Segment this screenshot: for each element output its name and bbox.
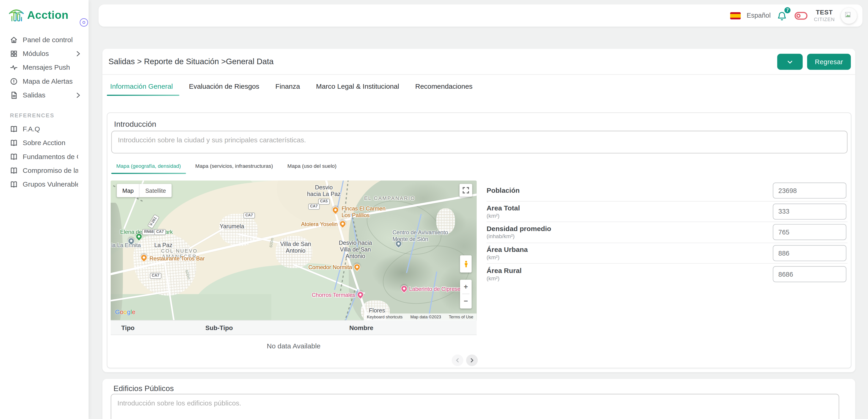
sidebar-item-label: Grupos Vulnerables xyxy=(23,180,78,188)
sidebar-item-label: Mensajes Push xyxy=(23,63,70,71)
tab-marco-legal-institucional[interactable]: Marco Legal & Institucional xyxy=(315,80,400,96)
map-button[interactable]: Map xyxy=(117,184,140,197)
sidebar-item-mapa-de-alertas[interactable]: Mapa de Alertas xyxy=(0,74,89,88)
spain-flag-icon[interactable] xyxy=(730,12,741,19)
map-attribution-item[interactable]: Keyboard shortcuts xyxy=(367,315,403,320)
google-logo: Google xyxy=(115,308,135,315)
map-attribution: Keyboard shortcutsMap data ©2023Terms of… xyxy=(364,313,477,321)
general-data-form: Población Area Total (km²) Densidad prom… xyxy=(487,181,847,285)
field-unit: (km²) xyxy=(487,213,520,219)
field-label: Area Total xyxy=(487,204,520,212)
table-empty-text: No data Available xyxy=(111,342,476,350)
sidebar-item-grupos-vulnerables[interactable]: Grupos Vulnerables xyxy=(0,177,89,191)
acction-logo-icon xyxy=(7,6,25,24)
page-actions: Regresar xyxy=(777,54,851,70)
map-type-control: Map Satellite xyxy=(117,184,172,197)
map-attribution-item[interactable]: Terms of Use xyxy=(449,315,473,320)
map-label: EL CAMPANARIO xyxy=(364,196,415,201)
map-label: Comedor Normita xyxy=(308,264,352,271)
sidebar-item-label: Fundamentos de Ge... xyxy=(23,153,78,160)
field-unit: (km²) xyxy=(487,254,528,260)
zoom-out-button[interactable]: − xyxy=(460,294,472,308)
brand-name: Acction xyxy=(27,8,68,21)
map-label: La Paz xyxy=(154,242,172,248)
form-row: Densidad promedio (inhab/km²) xyxy=(487,222,847,243)
fullscreen-button[interactable] xyxy=(460,184,472,197)
map-tab-mapa-geograf-a-densidad[interactable]: Mapa (geografía, densidad) xyxy=(111,161,186,174)
avatar[interactable] xyxy=(841,7,857,24)
sidebar-item-label: F.A.Q xyxy=(23,125,40,133)
map-label: Fincas El Carmen Los Palillos xyxy=(342,206,385,218)
table-header: TipoSub-TipoNombre xyxy=(111,320,476,335)
introduccion-textarea[interactable] xyxy=(111,131,847,153)
sidebar-collapse-button[interactable] xyxy=(80,18,88,27)
field-unit: (inhab/km²) xyxy=(487,233,551,240)
sidebar-item-sobre-acction[interactable]: Sobre Acction xyxy=(0,136,89,149)
map-label: Desvio hacia Villa de San Antonio xyxy=(339,239,372,259)
breadcrumb: Salidas > Reporte de Situación >General … xyxy=(108,57,274,66)
pagination-next-button[interactable] xyxy=(466,355,478,366)
sidebar-item-mensajes-push[interactable]: Mensajes Push xyxy=(0,60,89,74)
tab-finanza[interactable]: Finanza xyxy=(274,80,301,96)
map-label: Flores xyxy=(369,307,385,313)
home-icon xyxy=(10,36,18,43)
tab-recomendaciones[interactable]: Recomendaciones xyxy=(414,80,474,96)
densidad-promedio-input[interactable] xyxy=(773,225,846,240)
map-tab-mapa-servicios-infraestructuras[interactable]: Mapa (servicios, infraestructuras) xyxy=(190,161,278,174)
map-attribution-item[interactable]: Map data ©2023 xyxy=(410,315,441,320)
poblaci-n-input[interactable] xyxy=(773,183,846,199)
road-badge: CA5 xyxy=(318,199,330,205)
logo-row: Acction xyxy=(0,0,89,28)
tab-evaluaci-n-de-riesgos[interactable]: Evaluación de Riesgos xyxy=(188,80,260,96)
tab-informaci-n-general[interactable]: Información General xyxy=(109,80,174,96)
sidebar-item-panel-de-control[interactable]: Panel de control xyxy=(0,33,89,47)
map-zoom-control: + − xyxy=(460,280,472,308)
book-icon xyxy=(10,139,18,147)
actions-dropdown-button[interactable] xyxy=(777,54,803,70)
back-button[interactable]: Regresar xyxy=(807,54,851,70)
sidebar-item-label: Mapa de Alertas xyxy=(23,77,73,85)
user-role: CITIZEN xyxy=(814,16,835,23)
chevron-right-icon xyxy=(74,91,82,99)
map-tab-mapa-uso-del-suelo[interactable]: Mapa (uso del suelo) xyxy=(282,161,342,174)
sidebar: Acction Panel de control Módulos Mensaje… xyxy=(0,0,89,419)
breadcrumb-row: Salidas > Reporte de Situación >General … xyxy=(102,49,855,75)
table-column-sub-tipo: Sub-Tipo xyxy=(206,325,233,331)
file-icon xyxy=(10,91,18,99)
user-menu[interactable]: TEST CITIZEN xyxy=(814,8,835,23)
map-label: Villa de San Antonio xyxy=(280,240,311,254)
language-selector[interactable]: Español xyxy=(747,12,771,20)
google-map[interactable]: Desvio hacia La PazEL CAMPANARIOFincas E… xyxy=(111,181,476,321)
area-total-input[interactable] xyxy=(773,204,846,219)
broken-image-icon xyxy=(844,11,851,18)
sidebar-item-salidas[interactable]: Salidas xyxy=(0,88,89,102)
sidebar-item-m-dulos[interactable]: Módulos xyxy=(0,47,89,60)
status-toggle[interactable] xyxy=(795,11,808,20)
form-row: Área Rural (km²) xyxy=(487,264,847,285)
road-badge: CA7 xyxy=(154,229,166,235)
road-badge: CA7 xyxy=(150,273,161,279)
map-label: Chorros Termales xyxy=(312,292,355,298)
edificios-publicos-card: Edificios Públicos xyxy=(102,379,855,419)
grid-icon xyxy=(10,50,18,57)
sidebar-item-fundamentos-de-ge[interactable]: Fundamentos de Ge... xyxy=(0,149,89,163)
map-label: Atolera Yoselin xyxy=(301,221,338,228)
sidebar-item-f-a-q[interactable]: F.A.Q xyxy=(0,122,89,136)
chevron-left-icon xyxy=(455,357,461,363)
satellite-button[interactable]: Satellite xyxy=(140,187,172,194)
alert-icon xyxy=(10,77,18,85)
street-view-pegman[interactable] xyxy=(460,255,472,272)
notifications-button[interactable]: 7 xyxy=(777,9,788,22)
table-column-nombre: Nombre xyxy=(349,325,373,331)
rea-urbana-input[interactable] xyxy=(773,245,846,261)
edificios-textarea[interactable] xyxy=(111,394,839,419)
chevron-down-icon xyxy=(787,58,793,65)
zoom-in-button[interactable]: + xyxy=(460,280,472,293)
field-unit: (km²) xyxy=(487,275,522,281)
informacion-general-panel: Introducción Mapa (geografía, densidad)M… xyxy=(107,113,851,368)
pagination-prev-button[interactable] xyxy=(452,355,463,366)
map-label: Yarumela xyxy=(220,222,244,229)
sidebar-item-compromiso-de-las[interactable]: Compromiso de las ... xyxy=(0,163,89,177)
rea-rural-input[interactable] xyxy=(773,266,846,282)
map-label: ia La Ermita xyxy=(111,242,141,248)
